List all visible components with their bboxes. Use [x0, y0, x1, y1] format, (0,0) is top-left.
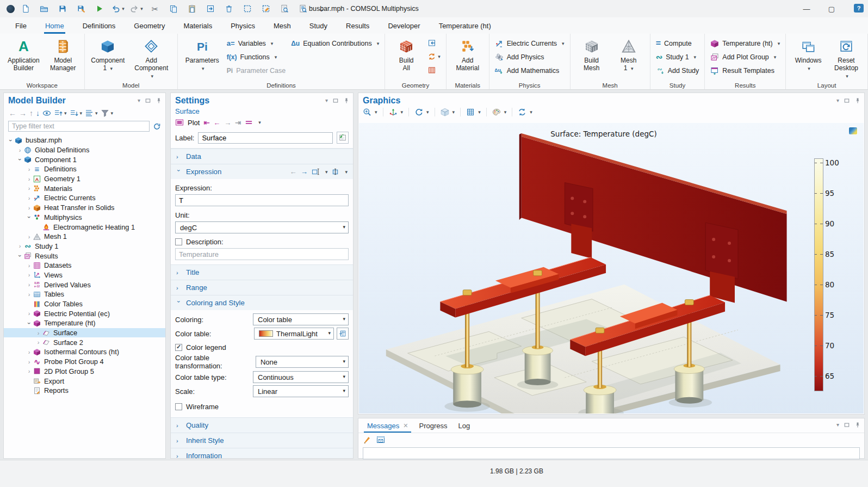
application-builder-button[interactable]: AApplicationBuilder [5, 36, 42, 73]
plot-icon[interactable] [175, 118, 184, 127]
tree-item-results[interactable]: ›Results [4, 251, 165, 261]
image-snapshot-icon[interactable] [849, 127, 857, 134]
insert-expression-icon[interactable] [331, 168, 339, 176]
paste-button[interactable] [187, 3, 197, 14]
color-table-dropdown[interactable]: ThermalLight [254, 328, 334, 340]
reset-desktop-button[interactable]: ResetDesktop ▾ [830, 36, 862, 81]
show-button[interactable] [42, 108, 52, 118]
tree-item-derived-values[interactable]: ›8.85e-12Derived Values [4, 280, 165, 289]
electric-currents-button[interactable]: Electric Currents▾ [495, 37, 565, 50]
transparency-button[interactable]: ▾ [441, 108, 455, 116]
delete-button[interactable] [224, 3, 234, 14]
panel-menu-icon[interactable]: ▾ [325, 98, 328, 103]
section-data[interactable]: ›Data [171, 149, 353, 164]
tree-item-surface[interactable]: ›Surface [4, 328, 165, 338]
add-plot-group-button[interactable]: Add Plot Group▾ [710, 51, 780, 63]
plot-next-icon[interactable]: → [224, 119, 231, 126]
virtual-operations-button[interactable] [427, 64, 441, 76]
build-all-button[interactable]: BuildAll [390, 36, 422, 73]
tree-item-heat-transfer-in-solids[interactable]: ›Heat Transfer in Solids [4, 203, 165, 213]
clear-messages-button[interactable] [363, 435, 371, 444]
section-inherit-style[interactable]: ›Inherit Style [171, 433, 353, 448]
tree-filter-input[interactable] [8, 121, 150, 132]
tree-item-mesh-1[interactable]: ›Mesh 1 [4, 232, 165, 242]
wireframe-checkbox[interactable] [175, 403, 182, 410]
transform-dropdown[interactable]: None [256, 356, 349, 368]
model-tree-node-text-button[interactable]: ▾ [84, 108, 98, 118]
filter-button[interactable]: ▾ [100, 108, 114, 118]
section-range[interactable]: ›Range [171, 280, 353, 295]
cut-button[interactable]: ✂ [150, 3, 160, 14]
unit-dropdown[interactable]: degC [175, 221, 349, 233]
color-legend-checkbox[interactable] [175, 344, 182, 351]
scale-dropdown[interactable]: Linear [253, 385, 349, 397]
expr-prev-icon[interactable]: ← [290, 168, 297, 175]
expander-icon[interactable]: › [26, 319, 33, 326]
panel-float-icon[interactable] [844, 422, 850, 428]
menu-materials[interactable]: Materials [182, 19, 213, 33]
label-input[interactable] [198, 132, 333, 144]
go-forward-button[interactable]: → [18, 109, 27, 118]
busbar-3d-model[interactable] [359, 123, 864, 414]
menu-physics[interactable]: Physics [230, 19, 256, 33]
expander-icon[interactable]: › [26, 195, 33, 201]
expander-icon[interactable]: › [26, 281, 33, 288]
undo-button[interactable]: ▾ [113, 3, 123, 14]
save-as-button[interactable] [76, 3, 86, 14]
scene-light-button[interactable]: ▾ [492, 108, 507, 116]
expander-icon[interactable]: › [26, 349, 33, 355]
expander-icon[interactable]: › [26, 233, 33, 240]
preview-doc-button[interactable] [279, 3, 290, 14]
open-in-window-button[interactable] [376, 435, 385, 444]
tree-item-geometry-1[interactable]: ›AGeometry 1 [4, 174, 165, 184]
tree-item-isothermal-contours-ht[interactable]: ›Isothermal Contours (ht) [4, 347, 165, 357]
panel-menu-icon[interactable]: ▾ [138, 98, 140, 103]
panel-menu-icon[interactable]: ▾ [836, 98, 839, 103]
expander-icon[interactable]: › [35, 339, 42, 346]
duplicate-button[interactable] [205, 3, 216, 14]
tree-item-multiphysics[interactable]: ›Multiphysics [4, 213, 165, 223]
expander-icon[interactable]: › [16, 243, 23, 249]
tree-item-tables[interactable]: ›Tables [4, 289, 165, 299]
expander-icon[interactable]: › [26, 176, 33, 182]
variables-button[interactable]: a=Variables▾ [227, 37, 286, 50]
update-plot-button[interactable]: ▾ [518, 108, 532, 116]
expander-icon[interactable]: › [26, 166, 33, 172]
expander-icon[interactable]: › [26, 205, 33, 211]
panel-float-icon[interactable] [332, 97, 339, 104]
refresh-icon[interactable] [153, 122, 161, 131]
tree-item-materials[interactable]: ›Materials [4, 183, 165, 193]
rotate-view-button[interactable]: ▾ [414, 108, 429, 116]
panel-float-icon[interactable] [844, 97, 850, 104]
new-file-button[interactable] [20, 3, 31, 14]
menu-geometry[interactable]: Geometry [133, 19, 166, 33]
select-box-button[interactable] [242, 3, 253, 14]
tree-item-datasets[interactable]: ›Datasets [4, 261, 165, 270]
preview-doc-2-button[interactable] [297, 3, 308, 14]
tree-item-electric-currents[interactable]: ›Electric Currents [4, 193, 165, 203]
add-material-button[interactable]: AddMaterial [452, 36, 483, 73]
tab-messages[interactable]: Messages✕ [362, 418, 413, 433]
expander-icon[interactable]: › [26, 272, 33, 278]
save-button[interactable] [57, 3, 68, 14]
tree-item-export[interactable]: Export [4, 376, 165, 386]
expander-icon[interactable]: › [26, 368, 33, 374]
panel-float-icon[interactable] [145, 97, 151, 104]
add-component-button[interactable]: AddComponent ▾ [131, 36, 172, 81]
tree-item-reports[interactable]: Reports [4, 386, 165, 396]
tree-item-2d-plot-group-5[interactable]: ›2D Plot Group 5 [4, 367, 165, 377]
help-button[interactable]: ? [854, 4, 864, 13]
section-coloring[interactable]: ›Coloring and Style [171, 295, 353, 310]
tree-item-component-1[interactable]: ›Component 1 [4, 155, 165, 164]
menu-mesh[interactable]: Mesh [272, 19, 292, 33]
expander-icon[interactable]: › [17, 156, 23, 163]
result-templates-button[interactable]: Result Templates [710, 64, 780, 77]
expander-icon[interactable]: › [26, 359, 33, 365]
import-geometry-button[interactable] [427, 37, 441, 49]
zoom-button[interactable]: ▾ [363, 108, 377, 116]
messages-output[interactable] [363, 447, 860, 459]
study-1-button[interactable]: ∾Study 1▾ [656, 51, 699, 63]
grid-button[interactable]: ▾ [466, 108, 481, 116]
panel-pin-icon[interactable] [343, 97, 350, 104]
redo-button[interactable]: ▾ [131, 3, 142, 14]
